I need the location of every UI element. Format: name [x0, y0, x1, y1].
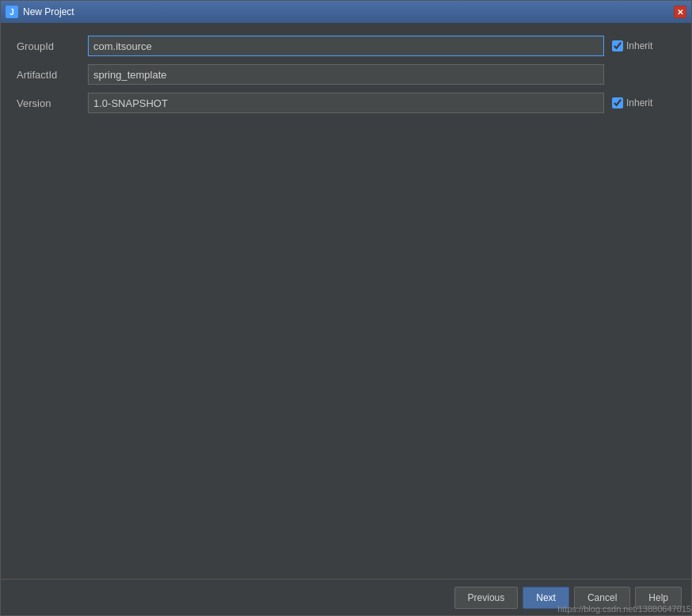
previous-button[interactable]: Previous — [454, 587, 519, 609]
help-button[interactable]: Help — [635, 587, 682, 609]
artifact-id-input[interactable] — [88, 64, 604, 85]
cancel-button[interactable]: Cancel — [574, 587, 630, 609]
version-row: Version Inherit — [17, 93, 675, 113]
version-input[interactable] — [88, 93, 604, 113]
form-area: GroupId Inherit ArtifactId Inherit Versi… — [17, 36, 675, 113]
window-title: New Project — [23, 6, 74, 17]
group-id-input[interactable] — [88, 36, 604, 56]
version-inherit-checkbox[interactable] — [612, 97, 623, 108]
group-id-inherit-label: Inherit — [626, 40, 652, 51]
dialog-window: J New Project ✕ GroupId Inherit Artifact… — [0, 0, 692, 616]
dialog-content: GroupId Inherit ArtifactId Inherit Versi… — [1, 23, 691, 579]
app-icon: J — [6, 6, 18, 18]
title-bar-left: J New Project — [6, 6, 74, 18]
dialog-footer: Previous Next Cancel Help https://blog.c… — [1, 579, 691, 615]
artifact-id-label: ArtifactId — [17, 69, 80, 81]
version-label: Version — [17, 97, 80, 109]
title-bar: J New Project ✕ — [1, 1, 691, 23]
group-id-label: GroupId — [17, 40, 80, 52]
close-button[interactable]: ✕ — [674, 6, 686, 18]
artifact-id-row: ArtifactId Inherit — [17, 64, 675, 85]
group-id-inherit: Inherit — [612, 40, 675, 51]
group-id-inherit-checkbox[interactable] — [612, 40, 623, 51]
version-inherit: Inherit — [612, 97, 675, 108]
group-id-row: GroupId Inherit — [17, 36, 675, 56]
next-button[interactable]: Next — [523, 587, 569, 609]
version-inherit-label: Inherit — [626, 97, 652, 108]
